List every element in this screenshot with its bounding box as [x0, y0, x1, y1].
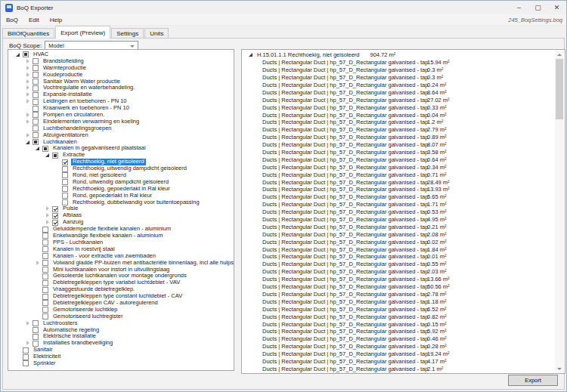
- expand-arrow-icon[interactable]: [24, 340, 33, 347]
- tab-settings[interactable]: Settings: [111, 28, 144, 39]
- tab-billofquantities[interactable]: BillOfQuantities: [2, 28, 54, 39]
- tree-item[interactable]: Brandstofleiding: [8, 58, 234, 65]
- expand-arrow-icon[interactable]: [24, 132, 33, 139]
- tree-item-label[interactable]: Installaties brandbeveiliging: [42, 340, 114, 347]
- tree-item[interactable]: Afzuigventilatoren: [8, 132, 234, 139]
- title-bar[interactable]: BoQ Exporter –▢✕: [1, 1, 566, 14]
- checkbox-unchecked[interactable]: [62, 179, 68, 185]
- tree-item-label[interactable]: Sprinkler: [32, 360, 57, 367]
- tree-item[interactable]: Koudeproductie: [8, 72, 234, 79]
- checkbox-unchecked[interactable]: [42, 253, 48, 259]
- checkbox-unchecked[interactable]: [62, 199, 68, 205]
- tree-item[interactable]: PPS - Luchtkanalen: [8, 239, 234, 246]
- checkbox-unchecked[interactable]: [33, 112, 39, 118]
- category-tree[interactable]: HVACBrandstofleidingWarmteproductieKoude…: [8, 49, 234, 371]
- checkbox-unchecked[interactable]: [42, 307, 48, 313]
- expand-arrow-icon[interactable]: [24, 91, 33, 98]
- duct-row[interactable]: Ducts | Rectangular Duct | hp_57_D_Recta…: [242, 328, 565, 335]
- checkbox-indeterminate[interactable]: [52, 153, 58, 159]
- scroll-down-icon[interactable]: [555, 365, 564, 372]
- expand-arrow-icon[interactable]: [24, 79, 33, 85]
- checkbox-unchecked[interactable]: [62, 193, 68, 199]
- collapse-arrow-icon[interactable]: [34, 145, 42, 152]
- duct-row[interactable]: Ducts | Rectangular Duct | hp_57_D_Recta…: [242, 178, 565, 186]
- checkbox-unchecked[interactable]: [33, 320, 39, 326]
- checkbox-unchecked[interactable]: [42, 246, 48, 252]
- export-button[interactable]: Export: [508, 375, 558, 386]
- list-group-header[interactable]: H.15.01.1.1 Rechthoekig, niet geisoleerd…: [242, 51, 565, 59]
- collapse-arrow-icon[interactable]: [24, 139, 33, 146]
- menu-item-boq[interactable]: BoQ: [1, 17, 23, 23]
- checkbox-unchecked[interactable]: [33, 72, 39, 78]
- tree-item[interactable]: Kanalen in gegalvaniseerd plaatstaal: [8, 145, 234, 152]
- duct-row[interactable]: Ducts | Rectangular Duct | hp_57_D_Recta…: [242, 88, 565, 96]
- duct-row[interactable]: Ducts | Rectangular Duct | hp_57_D_Recta…: [242, 261, 565, 268]
- checkbox-unchecked[interactable]: [33, 85, 39, 91]
- expand-arrow-icon[interactable]: [44, 219, 52, 226]
- checkbox-unchecked[interactable]: [23, 354, 29, 360]
- tree-item[interactable]: HVAC: [8, 51, 234, 58]
- checkbox-unchecked[interactable]: [33, 58, 39, 64]
- duct-row[interactable]: Ducts | Rectangular Duct | hp_57_D_Recta…: [242, 283, 565, 291]
- tree-item[interactable]: Elektrische installatie: [8, 333, 234, 340]
- tree-item[interactable]: Pulsie: [8, 205, 234, 212]
- duct-row[interactable]: Ducts | Rectangular Duct | hp_57_D_Recta…: [242, 223, 565, 230]
- expand-arrow-icon[interactable]: [24, 85, 33, 91]
- expand-arrow-icon[interactable]: [24, 112, 33, 119]
- checkbox-unchecked[interactable]: [42, 260, 48, 266]
- duct-row[interactable]: Ducts | Rectangular Duct | hp_57_D_Recta…: [242, 96, 565, 103]
- tab-export-preview[interactable]: Export (Preview): [55, 26, 110, 39]
- preview-list[interactable]: H.15.01.1.1 Rechthoekig, niet geisoleerd…: [241, 49, 565, 374]
- expand-arrow-icon[interactable]: [24, 65, 33, 72]
- tree-item-label[interactable]: Rechthoekig, dubbelwandig voor buitentoe…: [71, 199, 201, 206]
- expand-arrow-icon[interactable]: [24, 58, 33, 65]
- duct-row[interactable]: Ducts | Rectangular Duct | hp_57_D_Recta…: [242, 208, 565, 216]
- checkbox-unchecked[interactable]: [33, 132, 39, 138]
- checkbox-unchecked[interactable]: [42, 267, 48, 273]
- checkbox-unchecked[interactable]: [23, 360, 29, 366]
- tab-units[interactable]: Units: [144, 28, 169, 39]
- tree-item[interactable]: Rechthoekig, dubbelwandig voor buitentoe…: [8, 199, 234, 206]
- checkbox-checked[interactable]: [52, 206, 58, 212]
- tree-item[interactable]: Afblaas: [8, 212, 234, 219]
- checkbox-unchecked[interactable]: [62, 166, 68, 172]
- checkbox-indeterminate[interactable]: [33, 139, 39, 145]
- expand-arrow-icon[interactable]: [24, 119, 33, 125]
- scrollbar-thumb[interactable]: [556, 59, 563, 119]
- duct-row[interactable]: Ducts | Rectangular Duct | hp_57_D_Recta…: [242, 119, 565, 126]
- checkbox-unchecked[interactable]: [33, 92, 39, 98]
- duct-row[interactable]: Ducts | Rectangular Duct | hp_57_D_Recta…: [242, 156, 565, 163]
- checkbox-unchecked[interactable]: [42, 313, 48, 319]
- duct-row[interactable]: Ducts | Rectangular Duct | hp_57_D_Recta…: [242, 343, 565, 350]
- duct-row[interactable]: Ducts | Rectangular Duct | hp_57_D_Recta…: [242, 141, 565, 149]
- expand-arrow-icon[interactable]: [44, 205, 52, 212]
- close-button[interactable]: ✕: [547, 1, 566, 14]
- duct-row[interactable]: Ducts | Rectangular Duct | hp_57_D_Recta…: [242, 66, 565, 74]
- duct-row[interactable]: Ducts | Rectangular Duct | hp_57_D_Recta…: [242, 365, 565, 372]
- checkbox-checked[interactable]: [52, 220, 58, 226]
- duct-row[interactable]: Ducts | Rectangular Duct | hp_57_D_Recta…: [242, 335, 565, 343]
- duct-row[interactable]: Ducts | Rectangular Duct | hp_57_D_Recta…: [242, 134, 565, 141]
- tree-item[interactable]: Luchtroosters: [8, 320, 234, 327]
- collapse-arrow-icon[interactable]: [44, 152, 52, 159]
- duct-row[interactable]: Ducts | Rectangular Duct | hp_57_D_Recta…: [242, 82, 565, 89]
- duct-row[interactable]: Ducts | Rectangular Duct | hp_57_D_Recta…: [242, 358, 565, 366]
- tree-item[interactable]: Kraanwerk en toebehoren - PN 10: [8, 105, 234, 112]
- checkbox-unchecked[interactable]: [33, 65, 39, 71]
- checkbox-unchecked[interactable]: [23, 347, 29, 353]
- duct-row[interactable]: Ducts | Rectangular Duct | hp_57_D_Recta…: [242, 201, 565, 208]
- duct-row[interactable]: Ducts | Rectangular Duct | hp_57_D_Recta…: [242, 103, 565, 111]
- duct-row[interactable]: Ducts | Rectangular Duct | hp_57_D_Recta…: [242, 253, 565, 261]
- checkbox-unchecked[interactable]: [33, 334, 39, 340]
- duct-row[interactable]: Ducts | Rectangular Duct | hp_57_D_Recta…: [242, 298, 565, 305]
- collapse-arrow-icon[interactable]: [14, 51, 23, 58]
- expand-arrow-icon[interactable]: [44, 212, 52, 219]
- list-scrollbar[interactable]: [555, 51, 564, 372]
- checkbox-unchecked[interactable]: [42, 287, 48, 293]
- duct-row[interactable]: Ducts | Rectangular Duct | hp_57_D_Recta…: [242, 74, 565, 82]
- checkbox-indeterminate[interactable]: [42, 146, 48, 152]
- checkbox-unchecked[interactable]: [33, 106, 39, 112]
- duct-row[interactable]: Ducts | Rectangular Duct | hp_57_D_Recta…: [242, 149, 565, 156]
- tree-item[interactable]: Warmteproductie: [8, 65, 234, 72]
- checkbox-unchecked[interactable]: [33, 79, 39, 85]
